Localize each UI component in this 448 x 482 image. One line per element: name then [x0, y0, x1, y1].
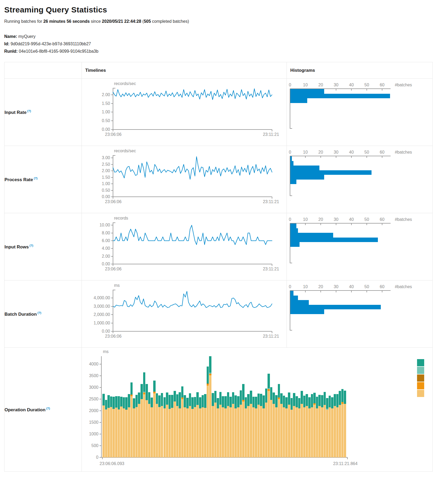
- process-rate-histogram-chart: 0102030405060#batches: [287, 146, 429, 213]
- query-runid-label: RunId:: [4, 49, 18, 53]
- help-icon[interactable]: (?): [30, 244, 33, 247]
- svg-text:0.00: 0.00: [102, 194, 110, 199]
- help-icon[interactable]: (?): [34, 177, 38, 180]
- input-rows-histogram-cell: 0102030405060#batches: [287, 213, 433, 280]
- svg-text:23:06:06: 23:06:06: [105, 334, 121, 338]
- svg-text:1.00: 1.00: [102, 181, 110, 186]
- help-icon[interactable]: (?): [46, 407, 50, 410]
- streaming-query-statistics-page: Streaming Query Statistics Running batch…: [0, 0, 448, 482]
- svg-text:3.00: 3.00: [102, 155, 110, 160]
- operation-duration-stacked-chart: ms4000350030002500200015001000500023:06:…: [82, 348, 425, 471]
- row-label-cell: Process Rate(?): [4, 146, 82, 213]
- running-suffix: completed batches): [151, 19, 189, 24]
- legend-swatch-green: [417, 359, 424, 366]
- svg-text:ms: ms: [103, 349, 108, 354]
- running-prefix: Running batches for: [4, 19, 43, 24]
- svg-text:40: 40: [349, 217, 354, 222]
- svg-text:30: 30: [334, 150, 338, 154]
- table-row-batch-duration: Batch Duration(?) ms4,000.003,000.002,00…: [4, 280, 433, 348]
- row-label-operation-duration: Operation Duration: [4, 407, 46, 412]
- corner-header-cell: [4, 62, 82, 79]
- legend-swatch-light-teal: [417, 367, 424, 374]
- query-name-line: Name: myQuery: [4, 33, 444, 40]
- row-label-input-rate: Input Rate: [4, 110, 26, 115]
- svg-text:23:06:06: 23:06:06: [105, 132, 121, 137]
- svg-text:30: 30: [334, 217, 338, 222]
- row-label-cell: Batch Duration(?): [4, 280, 82, 348]
- svg-text:8.00: 8.00: [102, 231, 110, 235]
- svg-text:10: 10: [303, 83, 308, 87]
- svg-text:10: 10: [303, 217, 308, 222]
- svg-text:4.00: 4.00: [102, 246, 110, 251]
- svg-text:2.00: 2.00: [102, 254, 110, 258]
- process-rate-timeline-cell: records/sec3.002.502.001.501.000.500.002…: [82, 146, 287, 213]
- stats-table: Timelines Histograms Input Rate(?) recor…: [4, 62, 433, 472]
- svg-text:0: 0: [289, 83, 291, 87]
- svg-text:records/sec: records/sec: [114, 149, 136, 153]
- query-meta: Name: myQuery Id: 9d0dd219-995d-423e-b97…: [4, 33, 444, 55]
- legend-swatch-orange: [417, 382, 424, 389]
- help-icon[interactable]: (?): [27, 109, 31, 113]
- svg-text:20: 20: [318, 150, 323, 154]
- operation-duration-legend: [417, 359, 424, 398]
- svg-text:1500: 1500: [89, 420, 98, 425]
- svg-text:1000: 1000: [89, 432, 98, 436]
- row-label-cell: Operation Duration(?): [4, 348, 82, 472]
- svg-text:records: records: [114, 216, 128, 220]
- row-label-cell: Input Rows(?): [4, 213, 82, 280]
- table-row-input-rows: Input Rows(?) records10.008.006.004.002.…: [4, 213, 433, 280]
- stats-table-header-row: Timelines Histograms: [4, 62, 433, 79]
- svg-text:30: 30: [334, 83, 338, 87]
- svg-text:2500: 2500: [89, 397, 98, 401]
- svg-text:1.50: 1.50: [102, 101, 110, 106]
- svg-text:50: 50: [364, 83, 369, 87]
- input-rate-histogram-cell: 0102030405060#batches: [287, 79, 433, 146]
- svg-text:0.50: 0.50: [102, 188, 110, 193]
- svg-text:23:11:21: 23:11:21: [263, 199, 279, 204]
- svg-text:23:11:21: 23:11:21: [263, 132, 279, 137]
- svg-text:30: 30: [334, 284, 338, 289]
- svg-text:4,000.00: 4,000.00: [94, 296, 110, 300]
- svg-text:0: 0: [96, 455, 98, 459]
- svg-text:3000: 3000: [89, 385, 98, 390]
- svg-text:60: 60: [380, 83, 384, 87]
- svg-text:10: 10: [303, 150, 308, 154]
- svg-text:23:11:21: 23:11:21: [263, 334, 279, 338]
- svg-text:40: 40: [349, 150, 354, 154]
- completed-batches-count: 505: [144, 19, 151, 24]
- svg-text:40: 40: [349, 284, 354, 289]
- row-label-input-rows: Input Rows: [4, 244, 29, 249]
- svg-text:0: 0: [289, 217, 291, 222]
- svg-text:#batches: #batches: [395, 217, 412, 222]
- svg-text:60: 60: [380, 217, 384, 222]
- help-icon[interactable]: (?): [38, 311, 41, 314]
- svg-text:0: 0: [289, 284, 291, 289]
- legend-swatch-dark-gold: [417, 374, 424, 382]
- svg-text:0.00: 0.00: [102, 127, 110, 132]
- svg-text:23:11:21.864: 23:11:21.864: [333, 461, 358, 466]
- input-rows-timeline-cell: records10.008.006.004.002.000.0023:06:06…: [82, 213, 287, 280]
- svg-text:60: 60: [380, 284, 384, 289]
- svg-text:4000: 4000: [89, 362, 98, 366]
- query-runid-value: 04e101e6-8bf8-4165-9099-9104c951ba3b: [19, 49, 98, 53]
- svg-text:6.00: 6.00: [102, 238, 110, 243]
- input-rate-timeline-chart: records/sec2.001.501.000.500.0023:06:062…: [82, 79, 283, 146]
- input-rows-timeline-chart: records10.008.006.004.002.000.0023:06:06…: [82, 213, 283, 280]
- input-rate-histogram-chart: 0102030405060#batches: [287, 79, 429, 146]
- running-mid: since: [90, 19, 102, 24]
- svg-text:23:11:21: 23:11:21: [263, 267, 279, 271]
- query-id-line: Id: 9d0dd219-995d-423e-b97d-36931110bb27: [4, 40, 444, 48]
- svg-text:20: 20: [318, 217, 323, 222]
- svg-text:#batches: #batches: [395, 150, 412, 154]
- svg-text:0.50: 0.50: [102, 118, 110, 123]
- batch-duration-histogram-cell: 0102030405060#batches: [287, 280, 433, 348]
- svg-text:#batches: #batches: [395, 284, 412, 289]
- svg-text:1.50: 1.50: [102, 175, 110, 180]
- svg-text:3500: 3500: [89, 373, 98, 378]
- page-title: Streaming Query Statistics: [4, 5, 444, 14]
- query-name-label: Name:: [4, 34, 17, 39]
- svg-text:3,000.00: 3,000.00: [94, 304, 110, 309]
- svg-text:20: 20: [318, 83, 323, 87]
- input-rate-timeline-cell: records/sec2.001.501.000.500.0023:06:062…: [82, 79, 287, 146]
- svg-text:0.00: 0.00: [102, 329, 110, 333]
